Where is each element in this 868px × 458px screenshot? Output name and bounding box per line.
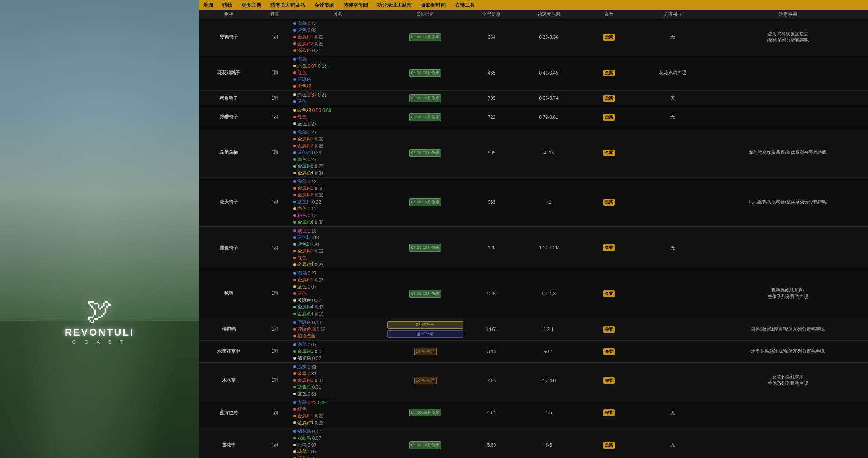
- species-depth: 1.12-1.25: [518, 227, 580, 269]
- species-time: 08:00-19月份米: [385, 128, 466, 178]
- logo-area: 🕊 REVONTULI C O A S T: [65, 297, 134, 345]
- species-depth: 2.7-4.0: [518, 363, 580, 398]
- species-count: 1群: [259, 227, 291, 269]
- col-rare: 是否稀有: [638, 10, 708, 19]
- col-info: 全书信息: [466, 10, 518, 19]
- species-depth: 1.2-1: [518, 318, 580, 341]
- species-name: 鸭鸭: [199, 269, 259, 318]
- species-count: 1群: [259, 341, 291, 363]
- species-award: 金奖: [580, 55, 638, 91]
- species-notes: [708, 106, 868, 128]
- species-colors: 白色鸡0.530.60 红色 蓝色0.27: [291, 106, 385, 128]
- species-notes: 本使鸭鸟线就基直/整体系列分野鸟声呢: [708, 128, 868, 178]
- species-time: 08:00-19月份米: [385, 55, 466, 91]
- table-row: 野鸭鸭子 1群 海鸟0.13 蓝色0.09 金属钟10.22 金属钟20.25 …: [199, 19, 868, 55]
- species-rare: 花花鸡鸡声呢: [638, 55, 708, 91]
- species-count: 1群: [259, 19, 291, 55]
- species-rare: 无: [638, 398, 708, 427]
- species-count: 1群: [259, 106, 291, 128]
- species-name: 鸟类鸟物: [199, 128, 259, 178]
- species-count: 1群: [259, 269, 291, 318]
- right-panel[interactable]: 地图 猎物 更多主题 猎有关方鸭及马 会计市场 储存字母园 功分录业主题前 摄影…: [199, 0, 868, 458]
- table-row: 黑斑鸭子 1群 紫色0.18 蓝色10.18 蓝色20.20 金属钟10.22 …: [199, 227, 868, 269]
- species-rare: [638, 128, 708, 178]
- species-colors: 海鸟 白色0.070.18 红色 蓝绿色 橙色鸡: [291, 55, 385, 91]
- species-notes: [708, 55, 868, 91]
- species-count: 1群: [259, 178, 291, 227]
- species-notes: [708, 91, 868, 106]
- table-row: 狩猎鸭子 1群 白色鸡0.530.60 红色 蓝色0.27 08:00-19月份…: [199, 106, 868, 128]
- species-rare: 无: [638, 19, 708, 55]
- col-depth: 钓深度范围: [518, 10, 580, 19]
- species-time: 08:00-19月份米: [385, 269, 466, 318]
- species-award: 金奖: [580, 227, 638, 269]
- nav-photo[interactable]: 摄影师时间: [421, 2, 446, 9]
- species-notes: [708, 398, 868, 427]
- table-row: 蓝方位用 1群 海鸟0.290.67 红色 金属钟10.26 金属钟40.36 …: [199, 398, 868, 427]
- species-name: 雪花中: [199, 427, 259, 458]
- species-depth: 0.72-0.81: [518, 106, 580, 128]
- species-time: 14点~中华: [385, 341, 466, 363]
- species-depth: 0.66-0.74: [518, 91, 580, 106]
- table-row: 植鸭鸭 1群 黑绿色0.13 花纹色哦0.12 植物点蓝 08:~中~一 蓝~中…: [199, 318, 868, 341]
- species-name: 斑头鸭子: [199, 178, 259, 227]
- table-row: 雪花中 1群 清花鸟0.12 双面鸟0.07 白鸟0.07 花鸟0.07 蓝花0…: [199, 427, 868, 458]
- species-award: 金奖: [580, 318, 638, 341]
- nav-more[interactable]: 更多主题: [241, 2, 261, 9]
- species-award: 金奖: [580, 19, 638, 55]
- species-count: 1群: [259, 91, 291, 106]
- species-time: 08:00-19月份米: [385, 398, 466, 427]
- species-notes: 使用鸭鸟线就直接直/整体系列分野鸭声呢: [708, 19, 868, 55]
- species-rare: [638, 341, 708, 363]
- species-info: 4.64: [466, 398, 518, 427]
- species-notes: [708, 227, 868, 269]
- nav-market[interactable]: 会计市场: [314, 2, 334, 9]
- species-depth: 0.41-0.45: [518, 55, 580, 91]
- species-colors: 海鸟0.27 金属钟10.07 蓝色0.07 蓝色 黄绿色0.22 金属钟40.…: [291, 269, 385, 318]
- species-award: 金奖: [580, 341, 638, 363]
- species-name: 木水草: [199, 363, 259, 398]
- species-colors: 温水0.31 金属0.31 金属钟10.31 蓝色总0.31 蓝色0.31: [291, 363, 385, 398]
- species-name: 密集鸭子: [199, 91, 259, 106]
- species-name: 野鸭鸭子: [199, 19, 259, 55]
- nav-storage[interactable]: 储存字母园: [343, 2, 368, 9]
- species-name: 植鸭鸭: [199, 318, 259, 341]
- species-count: 1群: [259, 398, 291, 427]
- species-info: 129: [466, 227, 518, 269]
- nav-tools[interactable]: 右键工具: [455, 2, 475, 9]
- species-award: 金奖: [580, 269, 638, 318]
- nav-map[interactable]: 地图: [203, 2, 213, 9]
- species-info: 5.60: [466, 427, 518, 458]
- species-rare: 无: [638, 227, 708, 269]
- table-row: 密集鸭子 1群 白色0.370.21 蓝色 08:00-19月份米 709 0.…: [199, 91, 868, 106]
- species-info: 435: [466, 55, 518, 91]
- col-appearance: 外形: [291, 10, 385, 19]
- species-info: 14.61: [466, 318, 518, 341]
- nav-mission[interactable]: 功分录业主题前: [377, 2, 412, 9]
- nav-duck[interactable]: 猎有关方鸭及马: [270, 2, 305, 9]
- species-info: 722: [466, 106, 518, 128]
- nav-species[interactable]: 猎物: [222, 2, 232, 9]
- species-colors: 海鸟0.290.67 红色 金属钟10.26 金属钟40.36: [291, 398, 385, 427]
- species-time: 08:00-19月份米: [385, 178, 466, 227]
- species-colors: 海鸟0.13 金属钟10.56 金属钟20.26 蓝色钟0.22 白色0.12 …: [291, 178, 385, 227]
- species-notes: 玩几里鸭鸟线就基/整体系列分野鸭声呢: [708, 178, 868, 227]
- species-award: 金奖: [580, 91, 638, 106]
- table-row: 斑头鸭子 1群 海鸟0.13 金属钟10.56 金属钟20.26 蓝色钟0.22…: [199, 178, 868, 227]
- species-info: 963: [466, 178, 518, 227]
- species-time: 14点~中华: [385, 363, 466, 398]
- species-info: 2.85: [466, 363, 518, 398]
- table-row: 木水草 1群 温水0.31 金属0.31 金属钟10.31 蓝色总0.31 蓝色…: [199, 363, 868, 398]
- species-count: 1群: [259, 128, 291, 178]
- species-colors: 白色0.370.21 蓝色: [291, 91, 385, 106]
- species-count: 1群: [259, 55, 291, 91]
- logo-text: REVONTULI: [65, 327, 134, 338]
- species-colors: 清花鸟0.12 双面鸟0.07 白鸟0.07 花鸟0.07 蓝花0.07: [291, 427, 385, 458]
- species-time: 08:00-19月份米: [385, 19, 466, 55]
- species-award: 金奖: [580, 427, 638, 458]
- table-row: 鸭鸭 1群 海鸟0.27 金属钟10.07 蓝色0.07 蓝色 黄绿色0.22 …: [199, 269, 868, 318]
- table-row: 花花鸡鸡子 1群 海鸟 白色0.070.18 红色 蓝绿色 橙色鸡 08:00-…: [199, 55, 868, 91]
- species-notes: 野鸭鸟线就基直/整体系列分野鸭声呢: [708, 269, 868, 318]
- species-notes: 鸟兽鸟线就模直/整体系列分野鸭声呢: [708, 318, 868, 341]
- species-depth: 1.2-1.3: [518, 269, 580, 318]
